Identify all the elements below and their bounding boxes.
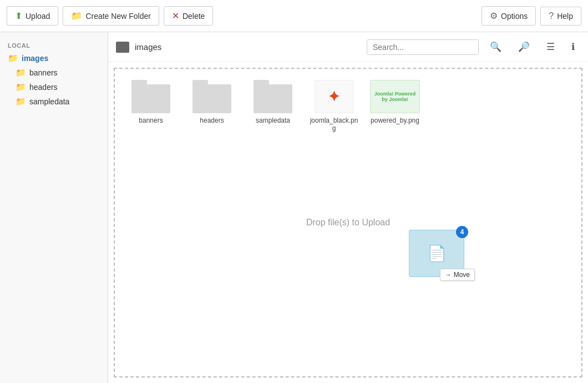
search-box <box>367 39 479 55</box>
sidebar-item-label: banners <box>29 68 58 77</box>
upload-label: Upload <box>26 12 50 21</box>
file-label-powered: powered_by.png <box>371 117 419 124</box>
sidebar: LOCAL 📁 images 📁 banners 📁 headers 📁 sam… <box>0 32 108 383</box>
zoom-out-button[interactable]: 🔍 <box>484 38 507 56</box>
help-label: Help <box>557 12 573 21</box>
delete-label: Delete <box>183 12 205 21</box>
folder-icon-sampledata <box>254 80 292 113</box>
joomla-thumbnail: ✦ <box>315 80 353 113</box>
toolbar: ⬆ Upload 📁 Create New Folder ✕ Delete ⚙ … <box>0 0 588 32</box>
file-item-banners[interactable]: banners <box>126 80 176 124</box>
help-button[interactable]: ? Help <box>540 7 581 26</box>
help-icon: ? <box>549 11 554 21</box>
folder-icon: 📁 <box>16 97 26 107</box>
move-tooltip: → Move <box>440 269 475 281</box>
info-button[interactable]: ℹ <box>566 38 580 56</box>
files-grid: banners headers sampledata <box>115 69 581 143</box>
sidebar-section-label: LOCAL <box>0 39 108 51</box>
file-label-joomla: joomla_black.png <box>309 117 359 132</box>
folder-icon: 📁 <box>16 68 26 78</box>
new-folder-button[interactable]: 📁 Create New Folder <box>63 6 159 26</box>
file-item-headers[interactable]: headers <box>187 80 237 124</box>
zoom-in-button[interactable]: 🔎 <box>513 38 535 56</box>
powered-text: Joomla! Powered by Joomla! <box>373 91 417 102</box>
breadcrumb-label: images <box>135 42 161 52</box>
move-label: Move <box>454 271 470 279</box>
folder-plus-icon: 📁 <box>71 11 82 21</box>
drop-zone-text: Drop file(s) to Upload <box>306 218 390 228</box>
sidebar-item-sampledata[interactable]: 📁 sampledata <box>0 94 108 109</box>
file-area[interactable]: banners headers sampledata <box>114 68 582 377</box>
upload-button[interactable]: ⬆ Upload <box>7 6 58 26</box>
file-item-powered[interactable]: Joomla! Powered by Joomla! powered_by.pn… <box>370 80 420 124</box>
drag-card: 4 📄 → Move <box>409 230 464 277</box>
drag-count-badge: 4 <box>456 226 468 238</box>
joomla-cross-icon: ✦ <box>328 88 340 105</box>
drag-overlay: 4 📄 → Move <box>409 230 470 285</box>
folder-icon: 📁 <box>8 53 18 63</box>
file-label-headers: headers <box>200 117 224 124</box>
content-area: images 🔍 🔎 ☰ ℹ banners <box>108 32 588 383</box>
breadcrumb-folder-icon <box>116 42 129 53</box>
sidebar-item-headers[interactable]: 📁 headers <box>0 80 108 94</box>
powered-thumbnail: Joomla! Powered by Joomla! <box>370 80 420 113</box>
gear-icon: ⚙ <box>490 11 498 21</box>
folder-icon: 📁 <box>16 82 26 92</box>
sidebar-item-banners[interactable]: 📁 banners <box>0 65 108 80</box>
list-view-button[interactable]: ☰ <box>541 38 560 56</box>
folder-icon-banners <box>131 80 170 113</box>
file-label-sampledata: sampledata <box>256 117 290 124</box>
options-label: Options <box>501 12 528 21</box>
sidebar-root-label: images <box>22 54 48 63</box>
drag-files-icon: 📄 <box>427 244 447 263</box>
sidebar-item-label: headers <box>29 83 58 92</box>
sidebar-root-folder[interactable]: 📁 images <box>0 51 108 65</box>
folder-icon-headers <box>192 80 231 113</box>
main-layout: LOCAL 📁 images 📁 banners 📁 headers 📁 sam… <box>0 32 588 383</box>
move-arrow-icon: → <box>445 271 452 279</box>
options-button[interactable]: ⚙ Options <box>481 6 536 26</box>
upload-icon: ⬆ <box>15 11 22 21</box>
delete-icon: ✕ <box>172 11 179 21</box>
delete-button[interactable]: ✕ Delete <box>164 6 213 26</box>
sidebar-item-label: sampledata <box>29 97 69 106</box>
file-item-sampledata[interactable]: sampledata <box>248 80 298 124</box>
search-input[interactable] <box>367 40 478 54</box>
content-header: images 🔍 🔎 ☰ ℹ <box>108 32 588 62</box>
new-folder-label: Create New Folder <box>85 12 151 21</box>
file-item-joomla[interactable]: ✦ joomla_black.png <box>309 80 359 132</box>
file-label-banners: banners <box>139 117 163 124</box>
